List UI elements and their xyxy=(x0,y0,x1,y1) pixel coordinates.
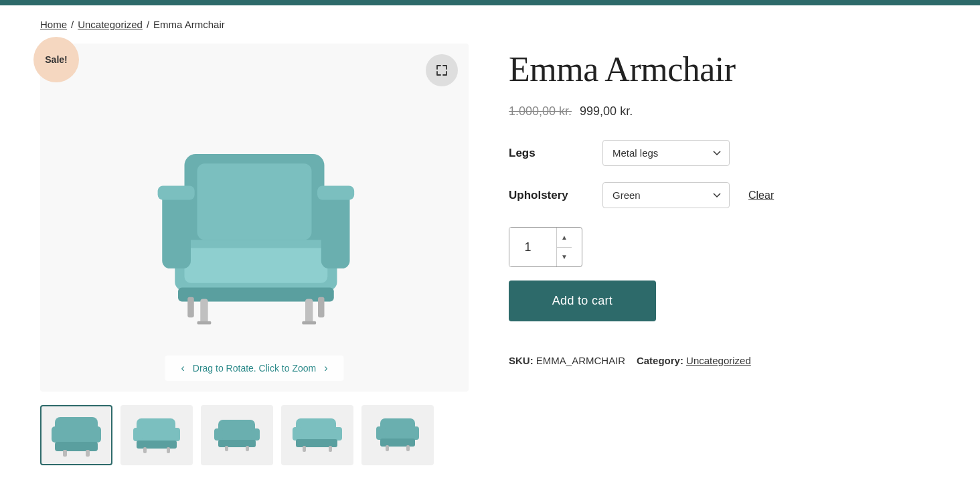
svg-rect-23 xyxy=(171,428,180,441)
svg-rect-6 xyxy=(158,186,195,200)
price-original: 1.000,00 kr. xyxy=(509,104,572,118)
svg-rect-16 xyxy=(52,426,62,443)
svg-rect-1 xyxy=(197,163,312,240)
breadcrumb-sep1: / xyxy=(71,19,74,30)
top-bar xyxy=(0,0,980,5)
breadcrumb-home[interactable]: Home xyxy=(40,19,67,30)
svg-rect-3 xyxy=(185,248,328,283)
zoom-button[interactable] xyxy=(426,54,458,86)
svg-rect-35 xyxy=(333,427,342,441)
svg-rect-14 xyxy=(302,321,316,325)
legs-label: Legs xyxy=(509,147,589,160)
main-image[interactable]: ‹ Drag to Rotate. Click to Zoom › xyxy=(40,44,469,392)
thumbnails xyxy=(40,405,469,465)
breadcrumb: Home / Uncategorized / Emma Armchair xyxy=(40,19,940,30)
thumbnail-5[interactable] xyxy=(361,405,434,465)
clear-button[interactable]: Clear xyxy=(748,189,774,202)
category-label: Category: xyxy=(637,355,683,366)
svg-rect-17 xyxy=(90,426,101,443)
svg-rect-9 xyxy=(200,299,208,323)
svg-rect-11 xyxy=(187,297,194,317)
product-details: Emma Armchair 1.000,00 kr. 999,00 kr. Le… xyxy=(509,44,940,366)
thumbnail-4[interactable] xyxy=(281,405,353,465)
quantity-row: ▲ ▼ xyxy=(509,227,940,267)
svg-rect-40 xyxy=(376,426,386,440)
upholstery-select[interactable]: Green Blue Grey Beige xyxy=(602,182,730,208)
product-title: Emma Armchair xyxy=(509,50,940,88)
svg-rect-4 xyxy=(162,192,191,268)
svg-rect-26 xyxy=(167,447,170,453)
legs-select[interactable]: Metal legs Wooden legs xyxy=(602,140,730,166)
svg-rect-10 xyxy=(305,299,313,323)
svg-rect-20 xyxy=(86,450,90,457)
svg-rect-38 xyxy=(329,446,332,452)
quantity-input-wrapper: ▲ ▼ xyxy=(509,227,582,267)
sku-value: EMMA_ARMCHAIR xyxy=(536,355,625,366)
svg-rect-12 xyxy=(318,297,325,317)
svg-rect-22 xyxy=(133,428,143,441)
svg-rect-19 xyxy=(63,450,67,457)
svg-rect-37 xyxy=(303,446,306,452)
quantity-down-button[interactable]: ▼ xyxy=(557,248,572,267)
svg-rect-7 xyxy=(317,186,354,200)
upholstery-label: Upholstery xyxy=(509,189,589,202)
arrow-right-icon: › xyxy=(324,362,327,374)
quantity-up-button[interactable]: ▲ xyxy=(557,228,572,248)
svg-rect-32 xyxy=(246,446,249,451)
breadcrumb-sep2: / xyxy=(147,19,149,30)
product-meta: SKU: EMMA_ARMCHAIR Category: Uncategoriz… xyxy=(509,355,940,366)
svg-rect-34 xyxy=(293,427,302,441)
breadcrumb-current: Emma Armchair xyxy=(153,19,225,30)
svg-rect-24 xyxy=(137,441,177,449)
svg-rect-31 xyxy=(225,446,228,451)
category-value[interactable]: Uncategorized xyxy=(686,355,751,366)
svg-rect-18 xyxy=(55,442,98,451)
drag-hint: ‹ Drag to Rotate. Click to Zoom › xyxy=(165,355,343,381)
thumbnail-1[interactable] xyxy=(40,405,112,465)
sku-label: SKU: xyxy=(509,355,534,366)
svg-rect-43 xyxy=(386,445,389,451)
svg-rect-44 xyxy=(406,445,410,451)
drag-hint-text: Drag to Rotate. Click to Zoom xyxy=(193,363,316,374)
svg-rect-13 xyxy=(197,321,212,325)
svg-rect-41 xyxy=(410,426,419,440)
legs-option-row: Legs Metal legs Wooden legs xyxy=(509,140,940,166)
svg-rect-42 xyxy=(380,439,415,447)
arrow-left-icon: ‹ xyxy=(181,362,184,374)
svg-rect-28 xyxy=(214,428,223,441)
thumbnail-3[interactable] xyxy=(201,405,273,465)
upholstery-option-row: Upholstery Green Blue Grey Beige Clear xyxy=(509,182,940,208)
quantity-input[interactable] xyxy=(509,228,556,266)
product-images: Sale! xyxy=(40,44,469,465)
price-sale: 999,00 kr. xyxy=(580,104,633,118)
sale-badge: Sale! xyxy=(33,37,79,82)
svg-rect-29 xyxy=(251,428,260,441)
price-section: 1.000,00 kr. 999,00 kr. xyxy=(509,104,940,118)
options-section: Legs Metal legs Wooden legs Upholstery G… xyxy=(509,140,940,208)
svg-rect-25 xyxy=(143,447,147,453)
svg-rect-5 xyxy=(321,192,350,268)
add-to-cart-button[interactable]: Add to cart xyxy=(509,281,656,321)
breadcrumb-uncategorized[interactable]: Uncategorized xyxy=(78,19,143,30)
svg-rect-27 xyxy=(218,420,255,443)
chair-illustration xyxy=(127,90,382,345)
svg-rect-30 xyxy=(218,440,256,447)
thumbnail-2[interactable] xyxy=(120,405,193,465)
quantity-arrows: ▲ ▼ xyxy=(556,228,572,266)
